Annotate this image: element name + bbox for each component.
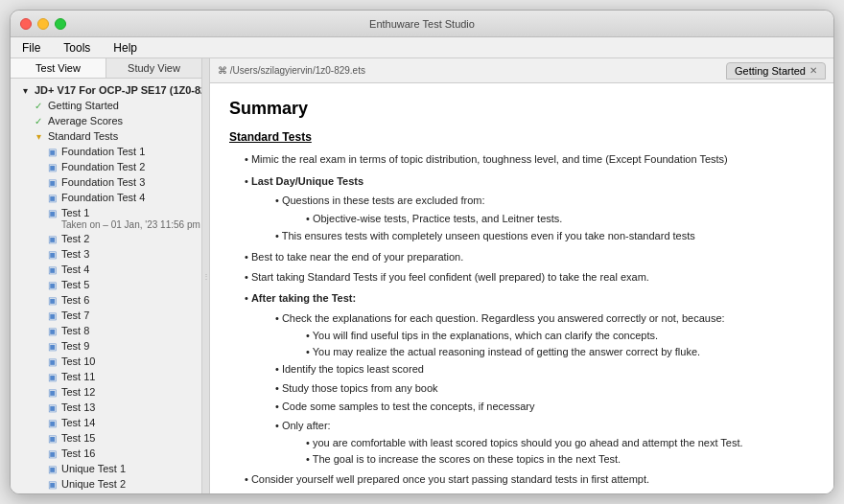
test-icon-f3: ▣ bbox=[45, 175, 59, 189]
tree-item-foundation-test-3[interactable]: ▣ Foundation Test 3 bbox=[11, 174, 201, 190]
tree-label-test-4: Test 4 bbox=[61, 263, 89, 275]
main-content: Test View Study View ▾ JD+ V17 For OCP-J… bbox=[11, 58, 833, 493]
tree-item-test-11[interactable]: ▣ Test 11 bbox=[11, 369, 201, 384]
test-icon-u3: ▣ bbox=[45, 493, 59, 493]
sub-item-check: Check the explanations for each question… bbox=[275, 310, 814, 327]
tree-item-foundation-test-2[interactable]: ▣ Foundation Test 2 bbox=[11, 159, 201, 174]
tree-label-test-10: Test 10 bbox=[61, 355, 95, 367]
sub-sub-realize-text: You may realize the actual reasoning ins… bbox=[313, 346, 700, 357]
tree-item-avg-scores[interactable]: ✓ Average Scores bbox=[11, 113, 201, 128]
test-icon-f2: ▣ bbox=[45, 160, 59, 173]
test-icon-t6: ▣ bbox=[45, 293, 59, 307]
tree-item-test-2[interactable]: ▣ Test 2 bbox=[11, 231, 201, 246]
test-icon-t13: ▣ bbox=[45, 401, 59, 414]
minimize-button[interactable] bbox=[37, 18, 49, 30]
tree-label-test-14: Test 14 bbox=[61, 417, 95, 428]
check-icon-avg: ✓ bbox=[32, 114, 45, 127]
tree-label-test-13: Test 13 bbox=[61, 401, 95, 413]
tree-item-test-14[interactable]: ▣ Test 14 bbox=[11, 415, 201, 430]
tree-label-test-5: Test 5 bbox=[61, 279, 89, 290]
test-icon-f1: ▣ bbox=[45, 145, 59, 158]
bullet-ignore: Ignore score if you take the same standa… bbox=[245, 492, 814, 494]
check-icon: ✓ bbox=[32, 99, 45, 112]
test-icon-t8: ▣ bbox=[45, 324, 59, 337]
test-icon-t7: ▣ bbox=[45, 309, 59, 322]
tree-item-test-4[interactable]: ▣ Test 4 bbox=[11, 262, 201, 277]
test-icon-t3: ▣ bbox=[45, 247, 59, 261]
folder-icon-standard: ▾ bbox=[32, 129, 45, 143]
right-panel: ⌘ /Users/szilagyiervin/1z0-829.ets Getti… bbox=[210, 58, 833, 493]
tree-item-test-16[interactable]: ▣ Test 16 bbox=[11, 446, 201, 461]
expand-icon: ▾ bbox=[18, 83, 32, 97]
tree-item-test-10[interactable]: ▣ Test 10 bbox=[11, 354, 201, 369]
tab-test-view[interactable]: Test View bbox=[11, 58, 106, 78]
tree-label-unique-test-2: Unique Test 2 bbox=[61, 478, 126, 490]
tree-item-root[interactable]: ▾ JD+ V17 For OCP-JP SE17 (1Z0-829) bbox=[11, 82, 201, 98]
close-button[interactable] bbox=[20, 18, 32, 30]
bullet-list-1: Mimic the real exam in terms of topic di… bbox=[245, 151, 814, 168]
sub-item-identify: Identify the topics least scored bbox=[275, 361, 814, 378]
address-path: ⌘ /Users/szilagyiervin/1z0-829.ets bbox=[218, 65, 718, 76]
tree-label-avg-scores: Average Scores bbox=[48, 115, 123, 126]
ignore-rest: if you take the same standard test again… bbox=[315, 493, 507, 494]
sub-sub-comfortable: • you are comfortable with least scored … bbox=[306, 436, 814, 449]
menu-help[interactable]: Help bbox=[109, 39, 141, 57]
menu-file[interactable]: File bbox=[18, 39, 44, 57]
tree-item-test-9[interactable]: ▣ Test 9 bbox=[11, 338, 201, 354]
sub-sub-goal: • The goal is to increase the scores on … bbox=[306, 452, 814, 466]
test-icon-t10: ▣ bbox=[45, 355, 59, 368]
sub-sub-goal-text: The goal is to increase the scores on th… bbox=[313, 453, 621, 465]
test-icon-t12: ▣ bbox=[45, 385, 59, 399]
sub-sub-useful-text: You will find useful tips in the explana… bbox=[313, 330, 658, 341]
tree-item-foundation-test-4[interactable]: ▣ Foundation Test 4 bbox=[11, 190, 201, 205]
sub-sub-text: Objective-wise tests, Practice tests, an… bbox=[313, 213, 562, 224]
tree-item-test-5[interactable]: ▣ Test 5 bbox=[11, 277, 201, 292]
tree-label-test-8: Test 8 bbox=[61, 325, 89, 336]
window-title: Enthuware Test Studio bbox=[369, 18, 475, 30]
tree-item-standard-tests[interactable]: ▾ Standard Tests bbox=[11, 128, 201, 144]
content-area: Summary Standard Tests Mimic the real ex… bbox=[210, 83, 833, 493]
tree-item-unique-test-1[interactable]: ▣ Unique Test 1 bbox=[11, 461, 201, 476]
test-icon-t5: ▣ bbox=[45, 278, 59, 291]
tree-label-root: JD+ V17 For OCP-JP SE17 (1Z0-829) bbox=[35, 84, 201, 96]
test-icon-f4: ▣ bbox=[45, 191, 59, 204]
address-bar: ⌘ /Users/szilagyiervin/1z0-829.ets Getti… bbox=[210, 58, 833, 83]
menu-tools[interactable]: Tools bbox=[59, 39, 94, 57]
tree-container[interactable]: ▾ JD+ V17 For OCP-JP SE17 (1Z0-829) ✓ Ge… bbox=[11, 79, 201, 493]
tab-study-view[interactable]: Study View bbox=[106, 58, 201, 78]
tree-item-test-1[interactable]: ▣ Test 1 Taken on – 01 Jan, '23 11:56 pm bbox=[11, 205, 201, 231]
tree-label-test-15: Test 15 bbox=[61, 432, 95, 444]
tree-label-test-3: Test 3 bbox=[61, 248, 89, 260]
tree-item-test-3[interactable]: ▣ Test 3 bbox=[11, 246, 201, 262]
bullet-item-best: Best to take near the end of your prepar… bbox=[245, 249, 814, 265]
content-tab-label: Getting Started bbox=[735, 65, 806, 77]
tree-item-getting-started[interactable]: ✓ Getting Started bbox=[11, 98, 201, 113]
tree-item-unique-test-2[interactable]: ▣ Unique Test 2 bbox=[11, 476, 201, 492]
maximize-button[interactable] bbox=[55, 18, 66, 30]
test-1-taken: Taken on – 01 Jan, '23 11:56 pm bbox=[45, 219, 200, 230]
tree-item-test-13[interactable]: ▣ Test 13 bbox=[11, 400, 201, 415]
test-icon-t14: ▣ bbox=[45, 416, 59, 429]
content-tab-close-icon[interactable]: ✕ bbox=[809, 65, 817, 76]
bullet-item-1: Mimic the real exam in terms of topic di… bbox=[245, 151, 814, 168]
final-bullets: Consider yourself well prepared once you… bbox=[245, 471, 814, 493]
bullet-consider: Consider yourself well prepared once you… bbox=[245, 471, 814, 488]
tree-item-test-7[interactable]: ▣ Test 7 bbox=[11, 308, 201, 323]
tree-item-test-8[interactable]: ▣ Test 8 bbox=[11, 323, 201, 338]
sub-sub-comfortable-text: you are comfortable with least scored to… bbox=[313, 437, 743, 448]
title-bar: Enthuware Test Studio bbox=[11, 11, 833, 37]
divider-handle[interactable]: ⋮ bbox=[202, 58, 210, 493]
tree-item-test-6[interactable]: ▣ Test 6 bbox=[11, 292, 201, 308]
after-sub-list: Check the explanations for each question… bbox=[275, 310, 814, 467]
tree-item-test-15[interactable]: ▣ Test 15 bbox=[11, 430, 201, 446]
last-day-item: Last Day/Unique Tests bbox=[245, 173, 814, 190]
tree-item-test-12[interactable]: ▣ Test 12 bbox=[11, 384, 201, 400]
tree-label-unique-test-1: Unique Test 1 bbox=[61, 463, 126, 474]
tree-label-foundation-test-2: Foundation Test 2 bbox=[61, 161, 145, 172]
main-window: Enthuware Test Studio File Tools Help Te… bbox=[10, 10, 834, 494]
tree-item-unique-test-3[interactable]: ▣ Unique Test 3 bbox=[11, 492, 201, 493]
content-tab-getting-started[interactable]: Getting Started ✕ bbox=[726, 62, 826, 80]
tree-label-test-12: Test 12 bbox=[61, 386, 95, 398]
test-icon-u1: ▣ bbox=[45, 462, 59, 475]
tree-item-foundation-test-1[interactable]: ▣ Foundation Test 1 bbox=[11, 144, 201, 159]
